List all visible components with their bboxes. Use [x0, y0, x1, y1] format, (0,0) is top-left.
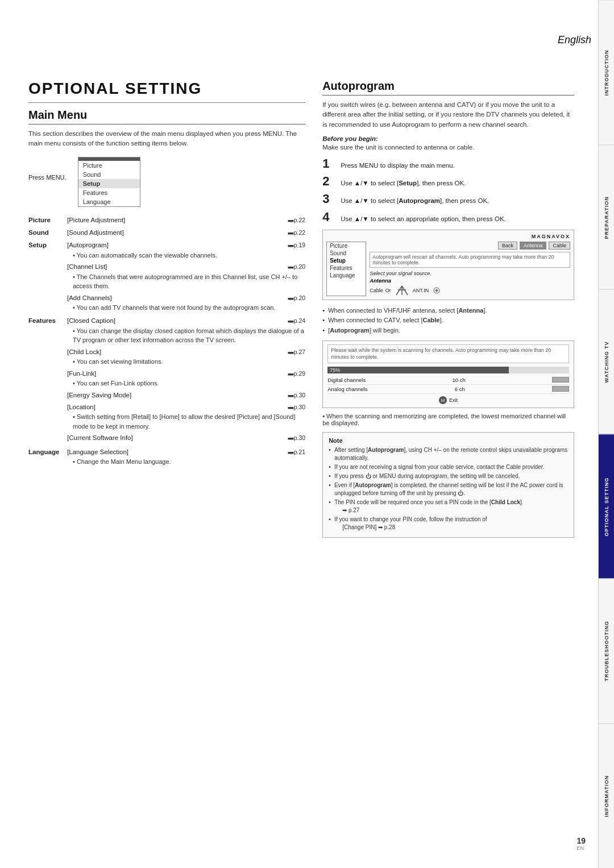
entry-fun-link: [Fun-Link] p.29 • You can set Fun-Link o… — [67, 368, 305, 388]
tv-brand: MAGNAVOX — [326, 234, 570, 239]
entry-add-channels-bullet: • You can add TV channels that were not … — [73, 303, 305, 313]
step-4-text: Use ▲/▼ to select an appropriate option,… — [341, 214, 574, 224]
menu-item-language: Language — [78, 197, 140, 206]
entry-picture-label: [Picture Adjustment] — [67, 215, 125, 225]
svg-line-0 — [396, 286, 402, 295]
exit-label: Exit — [449, 397, 458, 403]
entry-channel-list: [Channel List] p.20 • The Channels that … — [67, 261, 305, 290]
note-6-ref: [Change PIN] ➡ p.28 — [342, 524, 395, 530]
press-menu-label: Press MENU. — [28, 174, 67, 181]
page-number: 19 EN — [576, 836, 586, 851]
tab-troubleshooting[interactable]: TROUBLESHOOTING — [599, 579, 614, 724]
entry-location-page: p.30 — [288, 402, 305, 412]
tv-antin-label: ANT.IN — [413, 288, 429, 293]
tv-menu-right-panel: Back Antenna Cable Autoprogram will resc… — [370, 242, 570, 296]
menu-mockup: Press MENU. Picture Sound Setup Features… — [28, 157, 305, 207]
progress-label: 75% — [330, 367, 340, 373]
tab-information[interactable]: INFORMATION — [599, 724, 614, 869]
entry-features-text: [Closed Caption] p.24 — [67, 315, 305, 326]
digital-channels-row: Digital channels 10 ch — [327, 377, 569, 385]
tv-item-sound: Sound — [327, 250, 366, 257]
note-2: If you are not receiving a signal from y… — [329, 463, 568, 471]
tv-signal-label: Select your signal source. — [370, 270, 570, 276]
tv-menu-mockup: MAGNAVOX Picture Sound Setup Features La… — [322, 230, 574, 300]
antenna-icon — [393, 285, 410, 296]
note-list: After setting [Autoprogram], using CH +/… — [329, 446, 568, 531]
autoprogram-intro: If you switch wires (e.g. between antenn… — [322, 100, 574, 130]
entry-fun-link-row: [Fun-Link] p.29 — [67, 368, 305, 379]
tab-introduction[interactable]: INTRODUCTION — [599, 0, 614, 145]
cat-picture: Picture — [28, 215, 67, 225]
entry-setup-label: [Autoprogram] — [67, 240, 109, 250]
entry-language-label: [Language Selection] — [67, 447, 128, 457]
tv-menu-inner: Picture Sound Setup Features Language Ba… — [326, 242, 570, 296]
note-1: After setting [Autoprogram], using CH +/… — [329, 446, 568, 462]
entry-software-info-page: p.30 — [288, 433, 305, 443]
tv-antenna-cable-row: Cable Or ANT.IN — [370, 285, 570, 296]
tab-watching-tv[interactable]: WATCHING TV — [599, 289, 614, 434]
content-area: OPTIONAL SETTING Main Menu This section … — [0, 0, 597, 560]
entry-language-content: [Language Selection] p.21 • Change the M… — [67, 447, 305, 467]
entry-channel-list-page: p.20 — [288, 262, 305, 272]
tv-menu-list: Picture Sound Setup Features Language — [326, 242, 366, 296]
step-1-text: Press MENU to display the main menu. — [341, 161, 574, 171]
side-tab-strip: INTRODUCTION PREPARATION WATCHING TV OPT… — [598, 0, 614, 868]
note-6: If you want to change your PIN code, fol… — [329, 516, 568, 531]
entry-energy-saving-label: [Energy Saving Mode] — [67, 390, 131, 400]
entry-add-channels: [Add Channels] p.20 • You can add TV cha… — [67, 293, 305, 313]
entry-features: Features [Closed Caption] p.24 • You can… — [28, 315, 305, 344]
cat-setup: Setup — [28, 240, 67, 250]
menu-icon: M — [439, 396, 447, 404]
digital-channels-value: 10 ch — [452, 377, 465, 383]
menu-item-sound: Sound — [78, 170, 140, 179]
entry-location: [Location] p.30 • Switch setting from [R… — [67, 402, 305, 431]
note-3: If you press ⏻ or MENU during autoprogra… — [329, 472, 568, 480]
left-column: OPTIONAL SETTING Main Menu This section … — [28, 80, 305, 538]
tab-optional-setting[interactable]: OPTIONAL SETTING — [599, 434, 614, 579]
entry-fun-link-page: p.29 — [288, 369, 305, 379]
entry-setup-bullet: • You can automatically scan the viewabl… — [73, 251, 305, 260]
analog-channels-row: Analog channels 6 ch — [327, 386, 569, 394]
tv-back-btn: Back — [498, 242, 517, 250]
digital-channels-label: Digital channels — [327, 377, 366, 383]
right-column: Autoprogram If you switch wires (e.g. be… — [322, 80, 574, 538]
entry-child-lock-page: p.27 — [288, 347, 305, 357]
menu-entries: Picture [Picture Adjustment] p.22 Sound … — [28, 215, 305, 467]
exit-button-row: M Exit — [327, 396, 569, 404]
svg-text:M: M — [441, 398, 445, 403]
autoprogram-title: Autoprogram — [322, 80, 574, 95]
entry-language-page: p.21 — [288, 447, 305, 457]
entry-add-channels-page: p.20 — [288, 293, 305, 303]
progress-bar-container: 75% — [327, 367, 569, 373]
entry-location-bullet: • Switch setting from [Retail] to [Home]… — [73, 412, 305, 431]
entry-picture-page: p.22 — [288, 215, 305, 225]
tv-item-language: Language — [327, 272, 366, 279]
digital-channels-bar — [552, 377, 569, 383]
note-box: Note After setting [Autoprogram], using … — [322, 432, 574, 538]
note-5-ref: ➡ p.27 — [342, 507, 359, 513]
tv-cable-label: Cable — [370, 288, 383, 293]
svg-line-1 — [402, 286, 408, 295]
cat-language: Language — [28, 447, 67, 457]
tv-item-setup: Setup — [327, 257, 366, 264]
bullet-cable: When connected to CATV, select [Cable]. — [322, 315, 574, 326]
entry-sound-text: [Sound Adjustment] p.22 — [67, 227, 305, 238]
step-3-num: 3 — [322, 193, 335, 205]
note-title: Note — [329, 437, 568, 444]
page-num-value: 19 — [576, 836, 586, 845]
entry-closed-caption-label: [Closed Caption] — [67, 315, 115, 326]
entry-software-info: [Current Software Info] p.30 — [67, 433, 305, 443]
entry-energy-saving-row: [Energy Saving Mode] p.30 — [67, 390, 305, 400]
entry-add-channels-row: [Add Channels] p.20 — [67, 293, 305, 303]
entry-setup: Setup [Autoprogram] p.19 • You can autom… — [28, 240, 305, 260]
entry-location-label: [Location] — [67, 402, 96, 412]
menu-box: Picture Sound Setup Features Language — [78, 157, 140, 207]
scan-info-text: Please wait while the system is scanning… — [327, 344, 569, 363]
entry-energy-saving: [Energy Saving Mode] p.30 — [67, 390, 305, 400]
tab-preparation[interactable]: PREPARATION — [599, 145, 614, 290]
entry-setup-text: [Autoprogram] p.19 — [67, 240, 305, 250]
analog-channels-bar — [552, 386, 569, 392]
page-code: EN — [576, 845, 586, 851]
entry-channel-list-bullet: • The Channels that were autoprogrammed … — [73, 272, 305, 291]
scan-result-text: • When the scanning and memorizing are c… — [322, 413, 574, 426]
